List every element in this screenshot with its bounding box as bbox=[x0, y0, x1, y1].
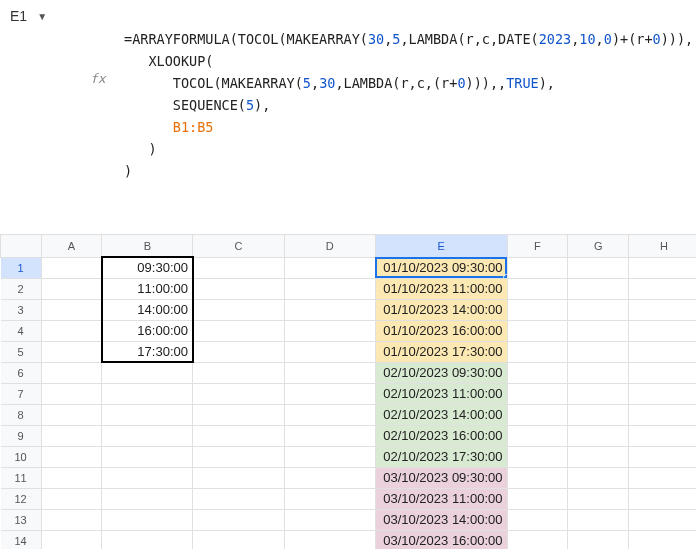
cell-D13[interactable] bbox=[284, 509, 375, 530]
cell-B8[interactable] bbox=[102, 404, 193, 425]
cell-C14[interactable] bbox=[193, 530, 284, 549]
cell-C6[interactable] bbox=[193, 362, 284, 383]
cell-H11[interactable] bbox=[629, 467, 696, 488]
cell-A9[interactable] bbox=[41, 425, 102, 446]
col-header-G[interactable]: G bbox=[568, 235, 629, 257]
cell-A4[interactable] bbox=[41, 320, 102, 341]
cell-C12[interactable] bbox=[193, 488, 284, 509]
row-header[interactable]: 9 bbox=[1, 425, 42, 446]
cell-A7[interactable] bbox=[41, 383, 102, 404]
cell-H10[interactable] bbox=[629, 446, 696, 467]
cell-A11[interactable] bbox=[41, 467, 102, 488]
formula-input[interactable]: =ARRAYFORMULA(TOCOL(MAKEARRAY(30,5,LAMBD… bbox=[118, 4, 696, 226]
row-header[interactable]: 13 bbox=[1, 509, 42, 530]
cell-G6[interactable] bbox=[568, 362, 629, 383]
cell-C7[interactable] bbox=[193, 383, 284, 404]
cell-A12[interactable] bbox=[41, 488, 102, 509]
row-header[interactable]: 14 bbox=[1, 530, 42, 549]
cell-E12[interactable]: 03/10/2023 11:00:00 bbox=[375, 488, 507, 509]
cell-G11[interactable] bbox=[568, 467, 629, 488]
cell-G5[interactable] bbox=[568, 341, 629, 362]
cell-A8[interactable] bbox=[41, 404, 102, 425]
cell-C3[interactable] bbox=[193, 299, 284, 320]
cell-G3[interactable] bbox=[568, 299, 629, 320]
cell-E9[interactable]: 02/10/2023 16:00:00 bbox=[375, 425, 507, 446]
cell-H14[interactable] bbox=[629, 530, 696, 549]
cell-C10[interactable] bbox=[193, 446, 284, 467]
cell-A3[interactable] bbox=[41, 299, 102, 320]
col-header-F[interactable]: F bbox=[507, 235, 568, 257]
cell-E10[interactable]: 02/10/2023 17:30:00 bbox=[375, 446, 507, 467]
cell-B14[interactable] bbox=[102, 530, 193, 549]
cell-D2[interactable] bbox=[284, 278, 375, 299]
cell-D7[interactable] bbox=[284, 383, 375, 404]
col-header-B[interactable]: B bbox=[102, 235, 193, 257]
cell-C11[interactable] bbox=[193, 467, 284, 488]
cell-E6[interactable]: 02/10/2023 09:30:00 bbox=[375, 362, 507, 383]
col-header-E[interactable]: E bbox=[375, 235, 507, 257]
col-header-D[interactable]: D bbox=[284, 235, 375, 257]
cell-H5[interactable] bbox=[629, 341, 696, 362]
cell-D1[interactable] bbox=[284, 257, 375, 278]
cell-B5[interactable]: 17:30:00 bbox=[102, 341, 193, 362]
name-box[interactable]: E1 bbox=[6, 6, 31, 26]
cell-D12[interactable] bbox=[284, 488, 375, 509]
cell-D8[interactable] bbox=[284, 404, 375, 425]
cell-B13[interactable] bbox=[102, 509, 193, 530]
cell-D11[interactable] bbox=[284, 467, 375, 488]
cell-D9[interactable] bbox=[284, 425, 375, 446]
row-header[interactable]: 7 bbox=[1, 383, 42, 404]
cell-D6[interactable] bbox=[284, 362, 375, 383]
cell-H6[interactable] bbox=[629, 362, 696, 383]
cell-H2[interactable] bbox=[629, 278, 696, 299]
row-header[interactable]: 11 bbox=[1, 467, 42, 488]
cell-E11[interactable]: 03/10/2023 09:30:00 bbox=[375, 467, 507, 488]
cell-B2[interactable]: 11:00:00 bbox=[102, 278, 193, 299]
cell-B7[interactable] bbox=[102, 383, 193, 404]
cell-G10[interactable] bbox=[568, 446, 629, 467]
row-header[interactable]: 1 bbox=[1, 257, 42, 278]
cell-C8[interactable] bbox=[193, 404, 284, 425]
cell-A14[interactable] bbox=[41, 530, 102, 549]
cell-H3[interactable] bbox=[629, 299, 696, 320]
cell-F3[interactable] bbox=[507, 299, 568, 320]
cell-E8[interactable]: 02/10/2023 14:00:00 bbox=[375, 404, 507, 425]
cell-F5[interactable] bbox=[507, 341, 568, 362]
row-header[interactable]: 2 bbox=[1, 278, 42, 299]
cell-F1[interactable] bbox=[507, 257, 568, 278]
cell-H13[interactable] bbox=[629, 509, 696, 530]
cell-A5[interactable] bbox=[41, 341, 102, 362]
cell-A1[interactable] bbox=[41, 257, 102, 278]
cell-E4[interactable]: 01/10/2023 16:00:00 bbox=[375, 320, 507, 341]
cell-E5[interactable]: 01/10/2023 17:30:00 bbox=[375, 341, 507, 362]
fill-handle[interactable] bbox=[503, 274, 508, 279]
cell-H4[interactable] bbox=[629, 320, 696, 341]
cell-E1[interactable]: 01/10/2023 09:30:00 bbox=[375, 257, 507, 278]
cell-F7[interactable] bbox=[507, 383, 568, 404]
cell-A2[interactable] bbox=[41, 278, 102, 299]
name-box-wrap[interactable]: E1 ▼ bbox=[0, 4, 110, 26]
cell-B10[interactable] bbox=[102, 446, 193, 467]
cell-D10[interactable] bbox=[284, 446, 375, 467]
cell-C2[interactable] bbox=[193, 278, 284, 299]
row-header[interactable]: 8 bbox=[1, 404, 42, 425]
cell-G13[interactable] bbox=[568, 509, 629, 530]
row-header[interactable]: 12 bbox=[1, 488, 42, 509]
cell-C5[interactable] bbox=[193, 341, 284, 362]
cell-H1[interactable] bbox=[629, 257, 696, 278]
cell-F6[interactable] bbox=[507, 362, 568, 383]
row-header[interactable]: 5 bbox=[1, 341, 42, 362]
col-header-H[interactable]: H bbox=[629, 235, 696, 257]
cell-E13[interactable]: 03/10/2023 14:00:00 bbox=[375, 509, 507, 530]
chevron-down-icon[interactable]: ▼ bbox=[37, 11, 47, 22]
cell-G8[interactable] bbox=[568, 404, 629, 425]
row-header[interactable]: 4 bbox=[1, 320, 42, 341]
cell-C9[interactable] bbox=[193, 425, 284, 446]
cell-H7[interactable] bbox=[629, 383, 696, 404]
cell-F4[interactable] bbox=[507, 320, 568, 341]
cell-H8[interactable] bbox=[629, 404, 696, 425]
cell-C13[interactable] bbox=[193, 509, 284, 530]
cell-G12[interactable] bbox=[568, 488, 629, 509]
cell-F2[interactable] bbox=[507, 278, 568, 299]
cell-E3[interactable]: 01/10/2023 14:00:00 bbox=[375, 299, 507, 320]
